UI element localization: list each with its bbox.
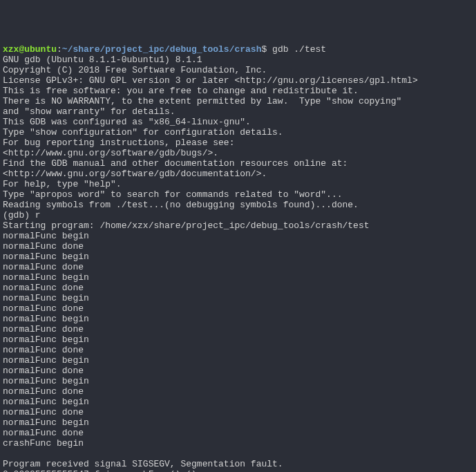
gdb-prompt: (gdb): [3, 210, 35, 220]
gdb-command: r: [35, 210, 41, 220]
program-output: crashFunc begin: [3, 438, 84, 449]
gdb-banner-line: Type "apropos word" to search for comman…: [3, 189, 342, 200]
program-output: normalFunc begin: [3, 376, 89, 386]
command-text: gdb ./test: [267, 44, 326, 55]
program-output: normalFunc begin: [3, 334, 89, 345]
gdb-banner-line: <http://www.gnu.org/software/gdb/bugs/>.: [3, 148, 218, 158]
program-output: normalFunc done: [3, 262, 84, 272]
gdb-banner-line: License GPLv3+: GNU GPL version 3 or lat…: [3, 75, 418, 86]
gdb-banner-line: Reading symbols from ./test...(no debugg…: [3, 200, 359, 210]
program-output: normalFunc begin: [3, 417, 89, 428]
program-output: normalFunc begin: [3, 293, 89, 303]
program-output: normalFunc done: [3, 324, 84, 334]
prompt-line: xzx@ubuntu:~/share/project_ipc/debug_too…: [3, 44, 326, 55]
gdb-banner-line: Find the GDB manual and other documentat…: [3, 158, 348, 169]
program-output: normalFunc begin: [3, 314, 89, 324]
program-output: normalFunc done: [3, 366, 84, 376]
gdb-banner-line: GNU gdb (Ubuntu 8.1.1-0ubuntu1) 8.1.1: [3, 55, 202, 65]
program-output: normalFunc begin: [3, 252, 89, 262]
program-output: normalFunc begin: [3, 397, 89, 407]
gdb-banner-line: This is free software: you are free to c…: [3, 86, 359, 96]
program-output: normalFunc done: [3, 386, 84, 397]
crash-location: 0x00005555555547ef in crashFunc() (): [3, 469, 197, 472]
program-output: normalFunc done: [3, 345, 84, 355]
gdb-banner-line: Copyright (C) 2018 Free Software Foundat…: [3, 65, 267, 75]
program-output: normalFunc done: [3, 303, 84, 314]
signal-line: Program received signal SIGSEGV, Segment…: [3, 459, 283, 469]
gdb-banner-line: For help, type "help".: [3, 179, 122, 189]
prompt-separator: :: [57, 44, 62, 55]
gdb-banner-line: and "show warranty" for details.: [3, 106, 175, 117]
starting-program: Starting program: /home/xzx/share/projec…: [3, 220, 370, 231]
program-output: normalFunc begin: [3, 272, 89, 283]
gdb-banner-line: There is NO WARRANTY, to the extent perm…: [3, 96, 401, 106]
terminal-output[interactable]: xzx@ubuntu:~/share/project_ipc/debug_too…: [3, 44, 473, 472]
program-output: normalFunc done: [3, 241, 84, 252]
prompt-path: ~/share/project_ipc/debug_tools/crash: [62, 44, 262, 55]
gdb-banner-line: This GDB was configured as "x86_64-linux…: [3, 117, 251, 127]
program-output: normalFunc begin: [3, 231, 89, 241]
program-output: normalFunc done: [3, 428, 84, 438]
program-output: normalFunc done: [3, 407, 84, 417]
program-output: normalFunc done: [3, 283, 84, 293]
prompt-user: xzx@ubuntu: [3, 44, 57, 55]
gdb-banner-line: For bug reporting instructions, please s…: [3, 138, 234, 148]
gdb-banner-line: <http://www.gnu.org/software/gdb/documen…: [3, 169, 267, 179]
program-output: normalFunc begin: [3, 355, 89, 366]
gdb-banner-line: Type "show configuration" for configurat…: [3, 127, 283, 138]
